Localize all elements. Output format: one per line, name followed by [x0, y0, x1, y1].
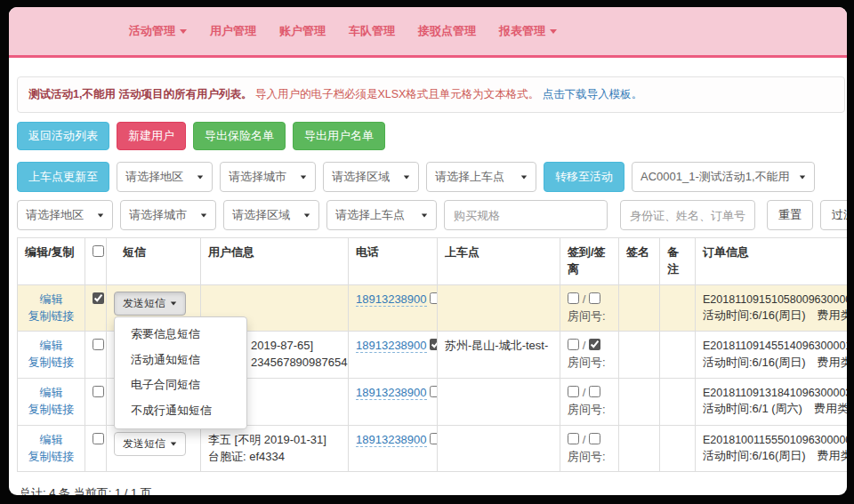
- menu-item-request-info-sms[interactable]: 索要信息短信: [115, 322, 246, 348]
- activity-select[interactable]: AC0001_1-测试活动1,不能用: [632, 162, 815, 192]
- search-filter-row: 请选择地区 请选择城市 请选择区域 请选择上车点 重置 过滤: [17, 200, 847, 230]
- header-phone: 电话: [349, 238, 438, 285]
- sign-in-checkbox[interactable]: [568, 433, 579, 444]
- sign-in-checkbox[interactable]: [568, 339, 579, 350]
- signature-cell: [619, 379, 660, 426]
- nav-label: 车队管理: [349, 23, 395, 39]
- copy-link[interactable]: 复制链接: [25, 402, 77, 419]
- new-user-button[interactable]: 新建用户: [117, 122, 186, 150]
- nav-item-pickup-point-management[interactable]: 接驳点管理: [407, 23, 487, 39]
- filter-city-select[interactable]: 请选择城市: [120, 200, 216, 230]
- note-cell: [660, 425, 696, 472]
- export-user-list-button[interactable]: 导出用户名单: [293, 122, 385, 150]
- select-row-checkbox[interactable]: [93, 339, 104, 350]
- header-edit-copy: 编辑/复制: [18, 238, 85, 285]
- nav-item-report-management[interactable]: 报表管理: [487, 23, 568, 39]
- sign-out-checkbox[interactable]: [589, 433, 600, 444]
- select-value: 请选择上车点: [435, 169, 504, 185]
- export-insurance-list-button[interactable]: 导出保险名单: [193, 122, 286, 150]
- sign-out-checkbox[interactable]: [589, 386, 600, 397]
- user-info-line2: 234567890987654321: [251, 355, 341, 372]
- send-sms-button[interactable]: 发送短信: [114, 292, 186, 316]
- city-select[interactable]: 请选择城市: [220, 162, 316, 192]
- select-row-checkbox[interactable]: [93, 386, 104, 397]
- sign-out-checkbox[interactable]: [589, 292, 600, 304]
- table-row: 编辑 复制链接 发送短信 李五 [不明 2019-01-31]: [18, 425, 848, 472]
- sign-in-checkbox[interactable]: [568, 386, 579, 397]
- caret-down-icon: [301, 175, 306, 179]
- sms-dropdown-menu: 索要信息短信 活动通知短信 电子合同短信 不成行通知短信: [114, 316, 247, 429]
- filter-region-select[interactable]: 请选择地区: [17, 200, 113, 230]
- edit-link[interactable]: 编辑: [25, 432, 77, 449]
- phone-checkbox[interactable]: [430, 339, 437, 350]
- caret-down-icon: [180, 29, 187, 34]
- select-row-checkbox[interactable]: [93, 433, 104, 444]
- menu-item-e-contract-sms[interactable]: 电子合同短信: [115, 372, 246, 398]
- nav-label: 报表管理: [499, 23, 545, 39]
- edit-link[interactable]: 编辑: [25, 292, 77, 308]
- main-content: 测试活动1,不能用 活动项目的所有用户列表。 导入用户的电子档必须是XLSX格式…: [9, 58, 847, 495]
- select-all-checkbox[interactable]: [93, 245, 104, 257]
- sign-in-checkbox[interactable]: [568, 292, 579, 304]
- nav-item-fleet-management[interactable]: 车队管理: [337, 23, 407, 39]
- copy-link[interactable]: 复制链接: [25, 449, 77, 466]
- header-sign-in-out: 签到/签离: [560, 238, 619, 285]
- order-number: E2018110913184109630000311: [703, 385, 847, 401]
- filter-button[interactable]: 过滤: [820, 200, 847, 230]
- phone-checkbox[interactable]: [430, 433, 437, 444]
- copy-link[interactable]: 复制链接: [25, 308, 77, 325]
- purchase-spec-input[interactable]: [444, 200, 608, 230]
- region-select[interactable]: 请选择地区: [117, 162, 213, 192]
- signature-cell: [619, 284, 660, 332]
- menu-item-trip-cancel-notice-sms[interactable]: 不成行通知短信: [115, 398, 246, 424]
- signature-cell: [619, 332, 660, 379]
- table-row: 编辑 复制链接 发送短信 索要信息短信: [18, 284, 848, 332]
- filter-pickup-point-select[interactable]: 请选择上车点: [326, 200, 437, 230]
- search-input[interactable]: [620, 200, 755, 230]
- select-row-checkbox[interactable]: [93, 292, 104, 304]
- sign-out-checkbox[interactable]: [589, 339, 600, 350]
- filter-district-select[interactable]: 请选择区域: [223, 200, 319, 230]
- phone-link[interactable]: 18913238900: [356, 292, 427, 307]
- nav-item-activity-management[interactable]: 活动管理: [117, 23, 198, 39]
- caret-down-icon: [171, 301, 176, 305]
- pickup-point-cell: 苏州-昆山-城北-test-: [438, 332, 560, 379]
- edit-link[interactable]: 编辑: [25, 338, 77, 355]
- phone-checkbox[interactable]: [430, 386, 437, 397]
- reset-button[interactable]: 重置: [767, 200, 813, 230]
- menu-item-activity-notice-sms[interactable]: 活动通知短信: [115, 348, 246, 373]
- pickup-point-cell: [438, 425, 560, 472]
- send-sms-button[interactable]: 发送短信: [114, 432, 186, 456]
- back-to-activity-list-button[interactable]: 返回活动列表: [17, 122, 109, 150]
- update-pickup-point-button[interactable]: 上车点更新至: [17, 162, 109, 192]
- header-note: 备注: [660, 238, 696, 285]
- order-number: E2018110915105800963000025: [703, 292, 847, 308]
- nav-item-user-management[interactable]: 用户管理: [198, 23, 268, 39]
- pickup-point-cell: [438, 379, 560, 426]
- sms-dropdown: 发送短信 索要信息短信 活动通知短信 电子合同短信 不成行通知短信: [114, 292, 186, 316]
- alert-warning: 导入用户的电子档必须是XLSX格式且单元格为文本格式。: [255, 88, 539, 100]
- copy-link[interactable]: 复制链接: [25, 355, 77, 372]
- room-number-label: 房间号:: [568, 308, 611, 325]
- nav-item-account-management[interactable]: 账户管理: [268, 23, 337, 39]
- pickup-point-select[interactable]: 请选择上车点: [426, 162, 536, 192]
- edit-link[interactable]: 编辑: [25, 385, 77, 402]
- select-value: 请选择区域: [332, 169, 390, 185]
- caret-down-icon: [521, 175, 527, 179]
- phone-link[interactable]: 18913238900: [356, 339, 427, 353]
- nav-label: 账户管理: [279, 23, 326, 39]
- transfer-to-activity-button[interactable]: 转移至活动: [544, 162, 624, 192]
- download-template-link[interactable]: 点击下载导入模板。: [543, 88, 643, 100]
- user-info-line1: 2019-87-65]: [251, 338, 341, 355]
- app-window: 活动管理 用户管理 账户管理 车队管理 接驳点管理 报表管理 测试活动1,不能用…: [9, 7, 847, 495]
- pickup-update-filter-row: 上车点更新至 请选择地区 请选择城市 请选择区域 请选择上车点 转移至活动 AC…: [17, 162, 847, 192]
- user-table-wrapper: 编辑/复制 短信 用户信息 电话 上车点 签到/签离 签名 备注 订单信息: [17, 237, 847, 472]
- caret-down-icon: [304, 213, 310, 217]
- user-info-line2: 台胞证: ef4334: [208, 449, 341, 466]
- phone-link[interactable]: 18913238900: [356, 386, 427, 400]
- user-table: 编辑/复制 短信 用户信息 电话 上车点 签到/签离 签名 备注 订单信息: [17, 237, 847, 472]
- phone-link[interactable]: 18913238900: [356, 433, 427, 447]
- district-select[interactable]: 请选择区域: [323, 162, 419, 192]
- note-cell: [660, 332, 696, 379]
- phone-checkbox[interactable]: [430, 292, 437, 304]
